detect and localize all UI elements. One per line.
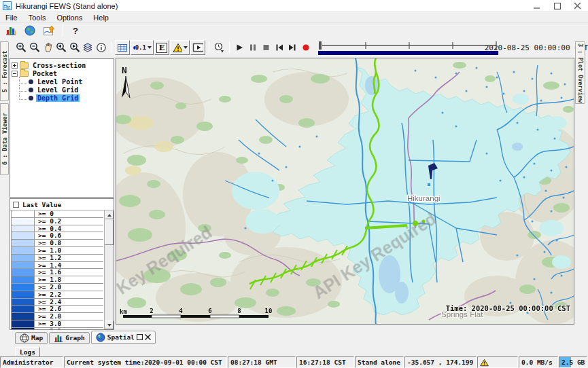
menu-options[interactable]: Options <box>51 13 88 22</box>
tab-spatial[interactable]: Spatial <box>91 331 156 344</box>
legend-entry-label: >= 1.4 <box>35 262 61 269</box>
tree-item-pocket[interactable]: Pocket <box>12 69 112 77</box>
legend-swatch <box>12 225 35 232</box>
map-canvas[interactable]: API Key Required API Key Required Hikura… <box>116 58 574 325</box>
close-panel-icon[interactable] <box>145 334 151 340</box>
left-tab-strip: 5 : Forecast 6 : Data Viewer <box>0 38 10 330</box>
logs-button[interactable]: Logs <box>15 347 40 357</box>
database-charts-icon[interactable] <box>3 24 19 37</box>
window-title: Hikurangi FEWS (Stand alone) <box>16 2 118 10</box>
timeline-slider[interactable] <box>318 39 479 56</box>
timeline-span-bar <box>318 51 498 55</box>
warning-icon <box>480 358 489 367</box>
tab-plot-overview[interactable]: 3 : Plot Overview <box>575 41 585 104</box>
legend-swatch <box>12 210 35 217</box>
legend-entry: >= 3.2 <box>12 328 103 329</box>
step-back-button[interactable] <box>273 40 286 55</box>
expand-icon[interactable] <box>12 62 18 69</box>
legend-swatch <box>12 284 35 291</box>
legend-scrollbar[interactable] <box>104 210 114 329</box>
contour-interval-value: 0.1 <box>135 44 146 51</box>
tab-data-viewer[interactable]: 6 : Data Viewer <box>0 103 9 175</box>
last-value-label: Last Value <box>22 201 61 208</box>
legend-entry-label: >= 1.2 <box>35 255 61 261</box>
svg-text:N: N <box>122 65 127 75</box>
pan-button[interactable] <box>41 40 54 55</box>
folder-open-icon <box>20 71 29 77</box>
pause-button[interactable] <box>246 40 259 55</box>
scrollbar-thumb[interactable] <box>105 219 114 245</box>
step-forward-button[interactable] <box>286 40 299 55</box>
status-bar: Administrator Current system time:2020-0… <box>0 356 588 368</box>
animation-button[interactable] <box>190 40 205 55</box>
minimize-button[interactable] <box>527 0 547 12</box>
legend-panel: Last Value >= 0 >= 0.2 <box>10 198 114 330</box>
record-button[interactable] <box>300 40 313 55</box>
node-bullet-icon <box>29 96 33 100</box>
node-bullet-icon <box>29 79 33 84</box>
zoom-previous-button[interactable] <box>55 40 68 55</box>
timeline-handle[interactable] <box>319 41 322 50</box>
toolbar-separator <box>111 41 111 54</box>
zoom-in-button[interactable] <box>15 40 28 55</box>
toolbar-separator <box>63 24 63 37</box>
scroll-up-button[interactable] <box>105 210 114 219</box>
legend-swatch <box>12 262 35 269</box>
chevron-down-icon <box>184 46 188 49</box>
warnings-dropdown[interactable] <box>170 40 190 55</box>
play-button[interactable] <box>233 40 246 55</box>
svg-text:10: 10 <box>265 308 273 314</box>
contour-interval-dropdown[interactable]: 0.1 <box>131 40 154 55</box>
legend-e-icon: E <box>156 43 167 53</box>
warning-icon <box>172 42 182 54</box>
grid-display-button[interactable] <box>115 40 130 55</box>
menu-file[interactable]: File <box>0 13 23 22</box>
info-button[interactable] <box>95 40 108 55</box>
wire-globe-icon <box>20 333 29 343</box>
last-value-checkbox[interactable] <box>13 202 19 208</box>
folder-icon <box>20 62 29 69</box>
fews-window: Hikurangi FEWS (Stand alone) File Tools … <box>0 0 588 368</box>
zoom-next-button[interactable] <box>68 40 81 55</box>
last-value-row: Last Value <box>10 199 114 210</box>
tree-item-depth-grid[interactable]: Depth Grid <box>12 94 112 102</box>
maximize-panel-icon[interactable] <box>137 334 143 340</box>
map-time-label: Time: 2020-08-25 00:00:00 CST <box>446 304 570 312</box>
legend-entry-label: >= 0.4 <box>35 225 61 232</box>
menu-help[interactable]: Help <box>88 13 114 22</box>
tree-item-cross-section[interactable]: Cross-section <box>12 61 112 69</box>
tab-forecast[interactable]: 5 : Forecast <box>0 41 9 101</box>
legend-swatch <box>12 306 35 312</box>
legend-swatch <box>12 291 35 298</box>
help-button[interactable]: ? <box>69 26 82 36</box>
legend-entry-label: >= 1.8 <box>35 276 61 283</box>
status-mode: Stand alone <box>355 356 404 368</box>
layers-button[interactable] <box>82 40 94 55</box>
legend-entry-label: >= 0.6 <box>35 232 61 239</box>
time-navigation-button[interactable] <box>213 40 226 55</box>
legend-entry-label: >= 0.8 <box>35 240 61 246</box>
stop-button[interactable] <box>260 40 273 55</box>
tree-connector <box>19 93 27 100</box>
toolbar-separator <box>209 41 209 54</box>
tree-connector <box>19 77 27 84</box>
legend-swatch <box>12 328 35 329</box>
globe-icon[interactable] <box>22 24 38 37</box>
maximize-button[interactable] <box>547 0 568 12</box>
legend-button[interactable]: E <box>154 40 169 55</box>
tab-map[interactable]: Map <box>15 332 48 344</box>
close-button[interactable] <box>568 0 588 12</box>
status-warning-cell[interactable] <box>477 356 518 368</box>
profile-chart-icon[interactable] <box>41 24 57 37</box>
collapse-icon[interactable] <box>12 71 18 77</box>
menu-tools[interactable]: Tools <box>23 13 52 22</box>
tree-connector <box>19 85 27 92</box>
right-tab-strip: 3 : Plot Overview <box>574 38 588 330</box>
town-dot <box>428 183 430 186</box>
tab-graph[interactable]: Graph <box>49 332 90 344</box>
title-bar: Hikurangi FEWS (Stand alone) <box>0 0 588 12</box>
legend-swatch <box>12 320 35 327</box>
status-memory: 2.5 GB <box>559 356 587 368</box>
scroll-down-button[interactable] <box>105 320 114 329</box>
zoom-out-button[interactable] <box>29 40 41 55</box>
